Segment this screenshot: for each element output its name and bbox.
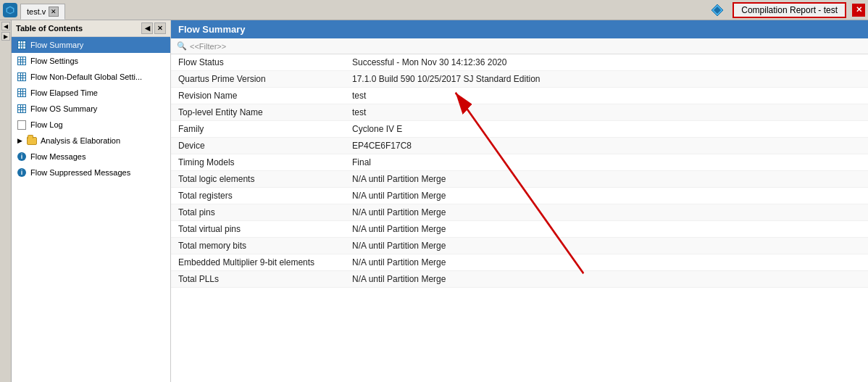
main-area: ◀ ▶ Table of Contents ◀ ✕ Flow Summary xyxy=(0,20,868,382)
table-row[interactable]: Revision Nametest xyxy=(171,88,868,104)
row-value: N/A until Partition Merge xyxy=(352,257,861,267)
row-value: N/A until Partition Merge xyxy=(352,207,861,217)
row-value: EP4CE6F17C8 xyxy=(352,141,861,151)
flow-log-icon xyxy=(16,119,28,130)
row-value: Final xyxy=(352,157,861,167)
analysis-elaboration-icon xyxy=(26,135,38,146)
row-label: Total logic elements xyxy=(178,174,352,184)
report-title-badge: Compilation Report - test xyxy=(733,2,846,18)
sidebar-item-label: Flow Log xyxy=(30,120,63,129)
row-label: Total PLLs xyxy=(178,274,352,284)
file-tab[interactable]: test.v ✕ xyxy=(20,4,65,20)
expand-arrow-icon: ▶ xyxy=(16,137,23,144)
filter-icon: 🔍 xyxy=(177,41,187,51)
flow-non-default-icon xyxy=(16,71,28,83)
tab-area: test.v ✕ xyxy=(20,0,702,20)
row-value: 17.1.0 Build 590 10/25/2017 SJ Standard … xyxy=(352,74,861,84)
row-label: Total pins xyxy=(178,207,352,217)
flow-os-summary-icon xyxy=(16,103,28,115)
row-label: Flow Status xyxy=(178,57,352,67)
close-report-button[interactable]: ✕ xyxy=(852,4,865,17)
table-row[interactable]: Total virtual pinsN/A until Partition Me… xyxy=(171,221,868,238)
sidebar-item-label: Analysis & Elaboration xyxy=(41,136,120,145)
row-value: Cyclone IV E xyxy=(352,124,861,134)
row-label: Total registers xyxy=(178,191,352,201)
row-value: N/A until Partition Merge xyxy=(352,241,861,251)
table-row[interactable]: Embedded Multiplier 9-bit elementsN/A un… xyxy=(171,254,868,271)
row-value: test xyxy=(352,107,861,117)
row-label: Top-level Entity Name xyxy=(178,107,352,117)
sidebar-icon-1[interactable]: ◀ xyxy=(141,22,153,34)
sidebar-title: Table of Contents xyxy=(16,24,83,33)
table-row[interactable]: DeviceEP4CE6F17C8 xyxy=(171,138,868,154)
row-label: Revision Name xyxy=(178,91,352,101)
row-value: N/A until Partition Merge xyxy=(352,224,861,234)
filter-placeholder: <<Filter>> xyxy=(190,42,226,51)
sidebar-item-label: Flow Non-Default Global Setti... xyxy=(30,72,142,81)
row-value: N/A until Partition Merge xyxy=(352,191,861,201)
row-value: N/A until Partition Merge xyxy=(352,274,861,284)
row-label: Family xyxy=(178,124,352,134)
report-title-text: Compilation Report - test xyxy=(741,5,838,15)
row-value: test xyxy=(352,91,861,101)
strip-button-1[interactable]: ◀ xyxy=(1,22,10,30)
flow-suppressed-messages-icon: i xyxy=(16,167,28,178)
filter-bar: 🔍 <<Filter>> xyxy=(171,38,868,54)
row-label: Device xyxy=(178,141,352,151)
row-label: Embedded Multiplier 9-bit elements xyxy=(178,257,352,267)
title-bar: test.v ✕ Compilation Report - test ✕ xyxy=(0,0,868,20)
content-area: Flow Summary 🔍 <<Filter>> Flow StatusSuc… xyxy=(171,20,868,382)
table-row[interactable]: Flow StatusSuccessful - Mon Nov 30 14:12… xyxy=(171,54,868,71)
table-row[interactable]: Total logic elementsN/A until Partition … xyxy=(171,171,868,188)
sidebar: Table of Contents ◀ ✕ Flow Summary xyxy=(12,20,171,382)
app-logo xyxy=(3,3,17,17)
row-value: N/A until Partition Merge xyxy=(352,174,861,184)
row-label: Quartus Prime Version xyxy=(178,74,352,84)
table-row[interactable]: Total pinsN/A until Partition Merge xyxy=(171,204,868,221)
toolbar-icons xyxy=(705,2,730,18)
sidebar-icon-2[interactable]: ✕ xyxy=(154,22,166,34)
flow-messages-icon: i xyxy=(16,151,28,162)
table-row[interactable]: Total registersN/A until Partition Merge xyxy=(171,188,868,204)
sidebar-header: Table of Contents ◀ ✕ xyxy=(12,20,170,37)
row-label: Total memory bits xyxy=(178,241,352,251)
flow-settings-icon xyxy=(16,55,28,67)
sidebar-item-label: Flow Summary xyxy=(30,41,83,49)
row-label: Total virtual pins xyxy=(178,224,352,234)
sidebar-item-label: Flow Messages xyxy=(30,152,85,161)
data-table: Flow StatusSuccessful - Mon Nov 30 14:12… xyxy=(171,54,868,382)
table-row[interactable]: Timing ModelsFinal xyxy=(171,154,868,171)
sidebar-item-flow-settings[interactable]: Flow Settings xyxy=(12,53,170,69)
flow-summary-icon xyxy=(16,39,28,51)
sidebar-item-flow-non-default[interactable]: Flow Non-Default Global Setti... xyxy=(12,69,170,85)
flow-elapsed-time-icon xyxy=(16,87,28,99)
row-label: Timing Models xyxy=(178,157,352,167)
sidebar-item-analysis-elaboration[interactable]: ▶ Analysis & Elaboration xyxy=(12,133,170,149)
sidebar-item-label: Flow Suppressed Messages xyxy=(30,168,130,177)
strip-button-2[interactable]: ▶ xyxy=(1,32,10,41)
sidebar-item-flow-os-summary[interactable]: Flow OS Summary xyxy=(12,101,170,117)
content-header: Flow Summary xyxy=(171,20,868,38)
sidebar-item-flow-suppressed-messages[interactable]: i Flow Suppressed Messages xyxy=(12,165,170,180)
tab-label: test.v xyxy=(27,7,46,16)
table-row[interactable]: Top-level Entity Nametest xyxy=(171,104,868,121)
sidebar-item-label: Flow Settings xyxy=(30,57,78,65)
refresh-icon[interactable] xyxy=(709,2,725,18)
table-row[interactable]: Total memory bitsN/A until Partition Mer… xyxy=(171,238,868,254)
sidebar-header-icons: ◀ ✕ xyxy=(141,22,166,34)
left-strip: ◀ ▶ xyxy=(0,20,12,382)
sidebar-item-flow-elapsed-time[interactable]: Flow Elapsed Time xyxy=(12,85,170,101)
sidebar-item-label: Flow OS Summary xyxy=(30,104,97,113)
row-value: Successful - Mon Nov 30 14:12:36 2020 xyxy=(352,57,861,67)
sidebar-item-flow-messages[interactable]: i Flow Messages xyxy=(12,149,170,165)
table-row[interactable]: Total PLLsN/A until Partition Merge xyxy=(171,271,868,288)
tab-close-button[interactable]: ✕ xyxy=(49,7,59,17)
table-row[interactable]: Quartus Prime Version17.1.0 Build 590 10… xyxy=(171,71,868,88)
sidebar-item-flow-summary[interactable]: Flow Summary xyxy=(12,37,170,53)
sidebar-item-label: Flow Elapsed Time xyxy=(30,88,98,97)
content-title: Flow Summary xyxy=(178,24,245,35)
table-row[interactable]: FamilyCyclone IV E xyxy=(171,121,868,138)
sidebar-item-flow-log[interactable]: Flow Log xyxy=(12,117,170,133)
